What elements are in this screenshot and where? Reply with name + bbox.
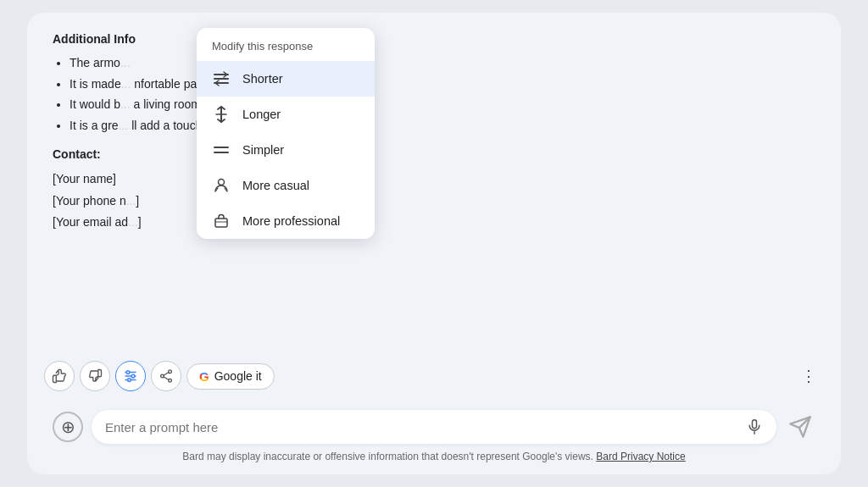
toolbar: G Google it ⋮ [27, 354, 841, 401]
thumbs-up-button[interactable] [44, 361, 75, 391]
professional-icon [212, 212, 231, 230]
popup-item-simpler[interactable]: Simpler [197, 132, 375, 168]
popup-item-more-casual[interactable]: More casual [197, 168, 375, 203]
more-options-button[interactable]: ⋮ [793, 361, 824, 391]
bullet-list: The armo... It is made... nfortable padd… [53, 53, 815, 135]
svg-rect-21 [753, 420, 757, 429]
thumbs-down-button[interactable] [80, 361, 110, 391]
svg-point-13 [126, 371, 130, 374]
popup-header: Modify this response [197, 28, 375, 61]
google-g-icon: G [199, 369, 209, 384]
more-icon: ⋮ [801, 367, 816, 385]
expand-icon [212, 105, 231, 124]
input-row: ⊕ [53, 410, 815, 444]
shorter-label: Shorter [242, 72, 283, 86]
popup-item-shorter[interactable]: Shorter [197, 61, 375, 97]
svg-rect-8 [215, 219, 227, 227]
list-item: It would b... a living room, or a bedroo… [70, 95, 815, 113]
simpler-label: Simpler [242, 143, 284, 157]
input-area: ⊕ Bard may display in [27, 401, 841, 474]
more-casual-label: More casual [242, 179, 309, 192]
svg-point-14 [131, 374, 135, 378]
modify-response-popup: Modify this response Shorter [197, 28, 375, 239]
list-item: The armo... [70, 53, 815, 72]
list-item: It is a gre... ll add a touch of vintage… [70, 116, 815, 135]
disclaimer: Bard may display inaccurate or offensive… [182, 451, 685, 469]
share-button[interactable] [151, 361, 181, 391]
svg-point-15 [128, 379, 131, 382]
tune-button[interactable] [115, 361, 146, 391]
more-professional-label: More professional [242, 214, 340, 228]
popup-item-longer[interactable]: Longer [197, 97, 375, 132]
list-item: It is made... nfortable padded seat. [70, 75, 815, 93]
svg-point-7 [219, 180, 225, 185]
popup-item-more-professional[interactable]: More professional [197, 203, 375, 239]
response-text: Additional Info The armo... It is made..… [53, 30, 815, 233]
contact-name: [Your name] [53, 169, 815, 190]
compress-icon [212, 69, 231, 88]
contact-phone: [Your phone n...] [53, 191, 815, 212]
plus-circle-icon: ⊕ [61, 417, 75, 437]
svg-line-19 [164, 373, 168, 375]
section-title: Additional Info [53, 30, 815, 48]
prompt-input-wrap [92, 410, 776, 444]
prompt-input[interactable] [105, 420, 746, 434]
svg-line-20 [164, 377, 168, 379]
microphone-button[interactable] [746, 418, 763, 435]
google-it-label: Google it [214, 369, 262, 383]
longer-label: Longer [242, 108, 281, 121]
contact-section: Contact: [Your name] [Your phone n...] [… [53, 145, 815, 233]
contact-email: [Your email ad...] [53, 212, 815, 233]
contact-title: Contact: [53, 145, 815, 163]
send-button[interactable] [785, 412, 815, 442]
simpler-icon [212, 141, 231, 159]
content-area: Additional Info The armo... It is made..… [27, 13, 841, 354]
casual-icon [212, 176, 231, 195]
contact-lines: [Your name] [Your phone n...] [Your emai… [53, 169, 815, 233]
privacy-link[interactable]: Bard Privacy Notice [596, 451, 685, 462]
main-container: Additional Info The armo... It is made..… [27, 13, 841, 474]
add-attachment-button[interactable]: ⊕ [53, 412, 83, 442]
google-it-button[interactable]: G Google it [186, 363, 275, 390]
